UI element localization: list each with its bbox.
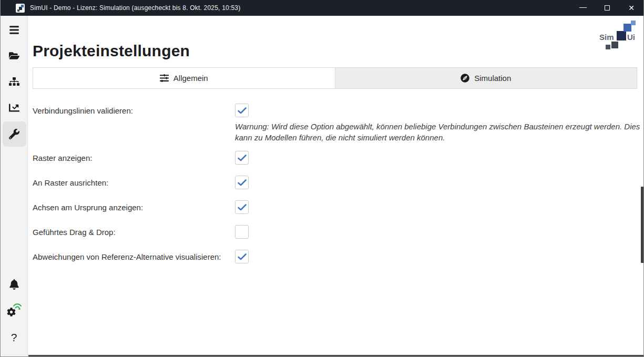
sidebar-item-model-hierarchy[interactable] <box>8 76 20 87</box>
checkbox-show-axes[interactable] <box>235 200 249 214</box>
svg-text:Sim: Sim <box>599 33 614 42</box>
chart-line-icon <box>9 103 19 113</box>
vertical-scrollbar-thumb[interactable] <box>641 187 643 263</box>
tab-simulation-label: Simulation <box>474 74 511 83</box>
wrench-icon <box>9 129 19 139</box>
checkbox-snap-to-grid[interactable] <box>235 176 249 189</box>
app-logo-icon <box>16 4 25 13</box>
gear-icon <box>7 308 16 317</box>
checkmark-icon <box>238 204 247 211</box>
validation-warning-text: Warnung: Wird diese Option abgewählt, kö… <box>235 121 642 144</box>
checkbox-show-grid[interactable] <box>235 151 249 165</box>
setting-row-show-grid: Raster anzeigen: <box>33 151 637 165</box>
setting-row-snap-to-grid: An Raster ausrichten: <box>33 176 637 189</box>
minimize-button[interactable]: — <box>571 0 595 16</box>
setting-label: Achsen am Ursprung anzeigen: <box>33 203 235 212</box>
folder-open-icon <box>9 50 19 61</box>
checkbox-validate-connections[interactable] <box>235 104 249 117</box>
settings-tabbar: Allgemein Simulation <box>33 67 637 89</box>
tab-simulation[interactable]: Simulation <box>335 68 637 88</box>
setting-label: An Raster ausrichten: <box>33 178 235 187</box>
setting-label: Geführtes Drag & Drop: <box>33 228 235 237</box>
minimize-icon: — <box>579 3 587 11</box>
maximize-button[interactable] <box>595 0 619 16</box>
sidebar-item-open-project[interactable] <box>8 50 20 62</box>
checkmark-icon <box>238 107 247 114</box>
sidebar-item-connection-settings[interactable] <box>7 303 22 317</box>
sidebar-item-notifications[interactable] <box>8 279 20 290</box>
svg-text:Ui: Ui <box>627 33 635 42</box>
sidebar-item-help[interactable]: ? <box>8 332 20 343</box>
main-content: Projekteinstellungen Sim Ui Allgemein <box>28 16 643 356</box>
close-button[interactable]: ✕ <box>619 0 643 16</box>
setting-row-visualize-deviations: Abweichungen von Referenz-Alternative vi… <box>33 250 637 263</box>
window-title: SimUI - Demo - Lizenz: Simulation (ausge… <box>30 4 240 12</box>
sidebar: ? <box>1 16 28 356</box>
tab-allgemein[interactable]: Allgemein <box>33 68 335 88</box>
checkmark-icon <box>238 179 247 186</box>
title-bar: SimUI - Demo - Lizenz: Simulation (ausge… <box>1 0 643 16</box>
page-title: Projekteinstellungen <box>33 42 190 60</box>
app-window: SimUI - Demo - Lizenz: Simulation (ausge… <box>0 0 644 357</box>
hamburger-icon <box>9 25 19 35</box>
question-mark-icon: ? <box>11 331 17 344</box>
close-icon: ✕ <box>628 4 635 12</box>
setting-row-validate-connections: Verbindungslinien validieren: <box>33 104 637 117</box>
setting-label: Raster anzeigen: <box>33 154 235 162</box>
sliders-icon <box>160 74 169 83</box>
checkmark-icon <box>238 155 247 161</box>
tab-allgemein-label: Allgemein <box>173 74 208 83</box>
simui-logo: Sim Ui <box>599 20 637 50</box>
setting-row-show-axes: Achsen am Ursprung anzeigen: <box>33 200 637 214</box>
checkbox-guided-dragdrop[interactable] <box>235 225 249 239</box>
sidebar-item-project-settings[interactable] <box>8 128 20 140</box>
setting-row-guided-dragdrop: Geführtes Drag & Drop: <box>33 225 637 239</box>
maximize-icon <box>605 5 610 11</box>
sidebar-item-results[interactable] <box>8 102 20 114</box>
window-controls: — ✕ <box>571 0 643 16</box>
checkbox-visualize-deviations[interactable] <box>235 250 249 263</box>
bell-icon <box>9 279 19 290</box>
compass-icon <box>461 74 469 83</box>
horizontal-scrollbar[interactable] <box>28 355 643 356</box>
sitemap-icon <box>9 76 19 87</box>
setting-label: Abweichungen von Referenz-Alternative vi… <box>33 252 235 261</box>
checkmark-icon <box>238 253 247 260</box>
sidebar-item-menu[interactable] <box>8 24 20 36</box>
setting-label: Verbindungslinien validieren: <box>33 106 235 115</box>
